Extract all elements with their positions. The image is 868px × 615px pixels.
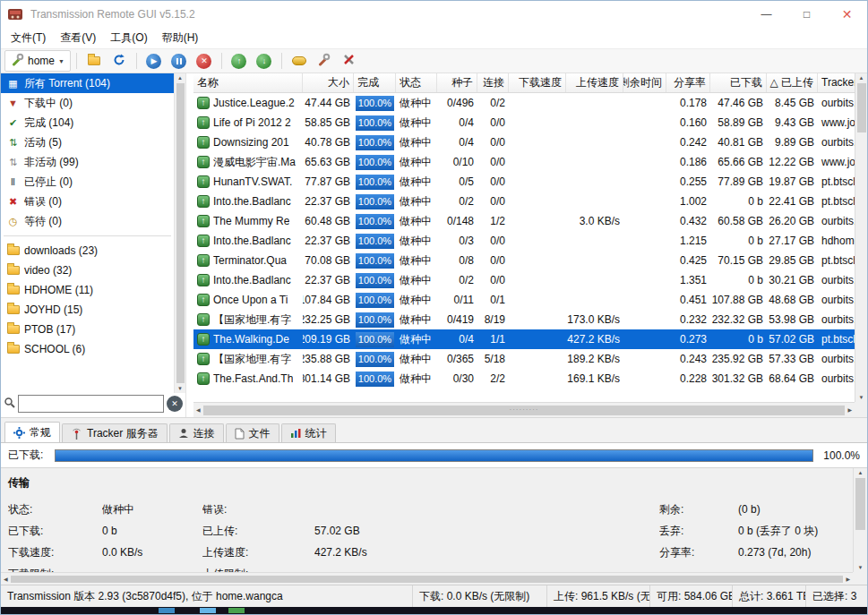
column-header-11[interactable]: 已下载 [710, 73, 767, 92]
maximize-button[interactable]: □ [786, 1, 827, 28]
torrent-row[interactable]: ↑Life of Pi 2012 258.85 GB100.0%做种中0/40/… [193, 113, 855, 132]
menu-help[interactable]: 帮助(H) [155, 28, 206, 48]
sidebar-folder-item[interactable]: SCHOOL (6) [1, 339, 174, 359]
torrent-row[interactable]: ↑Once Upon a Ti107.84 GB100.0%做种中0/110/1… [193, 290, 855, 310]
torrent-row[interactable]: ↑Into.the.Badlanc22.37 GB100.0%做种中0/30/0… [193, 231, 855, 251]
scroll-up-arrow-icon[interactable]: ▲ [859, 75, 864, 81]
sidebar-filter-item[interactable]: ▼下载中 (0) [1, 93, 174, 113]
column-header-3[interactable]: 完成 [354, 73, 396, 92]
tab-person[interactable]: 连接 [169, 423, 224, 442]
minimize-button[interactable]: — [746, 1, 786, 28]
scrollbar-thumb[interactable] [857, 83, 866, 132]
taskbar-item[interactable] [159, 608, 175, 613]
column-header-9[interactable]: 剩余时间 [623, 73, 666, 92]
scroll-up-arrow-icon[interactable]: ▲ [858, 470, 864, 475]
scroll-down-arrow-icon[interactable]: ▼ [859, 395, 864, 400]
sidebar-folder-item[interactable]: downloads (23) [1, 241, 174, 261]
torrent-row[interactable]: ↑The Mummy Re60.48 GB100.0%做种中0/1481/23.… [193, 211, 855, 231]
progress-cell: 100.0% [354, 349, 396, 369]
progress-cell: 100.0% [354, 290, 396, 310]
column-header-2[interactable]: 大小 [303, 73, 354, 92]
torrent-row[interactable]: ↑【国家地理.有字235.88 GB100.0%做种中0/3655/18189.… [193, 349, 855, 369]
torrent-row[interactable]: ↑HunanTV.SWAT.77.87 GB100.0%做种中0/50/00.2… [193, 172, 855, 192]
tab-gear[interactable]: 常规 [4, 422, 60, 442]
scrollbar-thumb[interactable]: ········· [203, 406, 846, 415]
progress-fill [56, 450, 812, 461]
menu-file[interactable]: 文件(T) [4, 28, 53, 48]
add-torrent-button[interactable] [82, 50, 106, 72]
torrent-row[interactable]: ↑Into.the.Badlanc22.37 GB100.0%做种中0/20/0… [193, 270, 855, 290]
menu-view[interactable]: 查看(V) [53, 28, 103, 48]
reload-button[interactable] [107, 50, 131, 72]
tab-stats[interactable]: 统计 [281, 423, 336, 442]
scroll-down-arrow-icon[interactable]: ▼ [177, 386, 183, 391]
daemon-options-button[interactable] [288, 50, 311, 72]
connection-selector[interactable]: home ▼ [4, 50, 71, 72]
torrent-row[interactable]: ↑Downsizing 20140.78 GB100.0%做种中0/40/00.… [193, 132, 855, 152]
sidebar-splitter[interactable] [185, 73, 193, 417]
torrent-row[interactable]: ↑Into.the.Badlanc22.37 GB100.0%做种中0/20/0… [193, 192, 855, 211]
torrent-row[interactable]: ↑Terminator.Qua70.08 GB100.0%做种中0/80/00.… [193, 251, 855, 270]
sidebar-folder-item[interactable]: JOYHD (15) [1, 300, 174, 320]
sidebar-folder-item[interactable]: HDHOME (11) [1, 280, 174, 300]
scroll-up-arrow-icon[interactable]: ▲ [177, 75, 183, 81]
tab-file[interactable]: 文件 [226, 423, 279, 442]
torrent-row[interactable]: ↑Justice.League.247.44 GB100.0%做种中0/4960… [193, 93, 855, 113]
sidebar-filter-item[interactable]: ▦所有 Torrent (104) [1, 73, 174, 93]
remove-torrent-button[interactable]: ✕ [193, 50, 216, 72]
table-horizontal-scrollbar[interactable]: ◀ ········· ▶ [193, 402, 855, 417]
cell: 232.25 GB [303, 310, 354, 329]
column-header-4[interactable]: 状态 [396, 73, 437, 92]
column-header-1[interactable]: 名称 [193, 73, 303, 92]
scrollbar-thumb[interactable] [11, 576, 844, 583]
table-vertical-scrollbar[interactable]: ▲ ▼ [855, 73, 867, 402]
details-horizontal-scrollbar[interactable]: ◀ ▶ [1, 572, 853, 585]
sidebar-folder-item[interactable]: video (32) [1, 261, 174, 280]
sidebar-filter-item[interactable]: Ⅱ已停止 (0) [1, 172, 174, 192]
sidebar-scrollbar[interactable]: ▲ ▼ [174, 73, 185, 393]
app-options-button[interactable] [338, 50, 361, 72]
column-header-8[interactable]: 上传速度 [566, 73, 623, 92]
column-header-7[interactable]: 下载速度 [509, 73, 566, 92]
folder-label: downloads (23) [24, 244, 98, 257]
column-header-5[interactable]: 种子 [437, 73, 477, 92]
sidebar-folder-item[interactable]: PTOB (17) [1, 320, 174, 339]
column-header-13[interactable]: Tracker 服务器 [818, 73, 855, 92]
sidebar-filter-item[interactable]: ⇅非活动 (99) [1, 152, 174, 172]
scrollbar-thumb[interactable] [176, 83, 185, 383]
close-button[interactable]: ✕ [827, 1, 867, 28]
torrent-row[interactable]: ↑【国家地理.有字232.25 GB100.0%做种中0/4198/19173.… [193, 310, 855, 329]
scroll-left-arrow-icon[interactable]: ◀ [196, 407, 201, 413]
cell: 0.232 [666, 310, 710, 329]
torrent-row[interactable]: ↑The.Walking.De209.19 GB100.0%做种中0/41/14… [193, 329, 855, 349]
pause-torrent-button[interactable] [168, 50, 191, 72]
taskbar-item[interactable] [228, 608, 245, 613]
scroll-left-arrow-icon[interactable]: ◀ [4, 577, 8, 582]
start-torrent-button[interactable]: ▶ [142, 50, 166, 72]
search-input[interactable] [18, 395, 164, 413]
sidebar-filter-item[interactable]: ✔完成 (104) [1, 113, 174, 132]
queue-down-button[interactable]: ↓ [253, 50, 276, 72]
sidebar-filter-item[interactable]: ⇅活动 (5) [1, 132, 174, 152]
column-header-10[interactable]: 分享率 [666, 73, 710, 92]
scrollbar-thumb[interactable] [855, 478, 865, 530]
scroll-right-arrow-icon[interactable]: ▶ [846, 577, 850, 582]
scroll-right-arrow-icon[interactable]: ▶ [847, 407, 852, 413]
menu-tools[interactable]: 工具(O) [103, 28, 154, 48]
progress-cell: 100.0% [354, 369, 396, 389]
details-vertical-scrollbar[interactable]: ▲ ▼ [853, 468, 867, 572]
queue-up-button[interactable]: ↑ [228, 50, 251, 72]
cell: www.joyhd.n [818, 113, 855, 132]
sidebar-separator [4, 235, 171, 236]
taskbar-item[interactable] [200, 608, 216, 613]
column-header-12[interactable]: △ 已上传 [767, 73, 818, 92]
sidebar-filter-item[interactable]: ◷等待 (0) [1, 211, 174, 231]
scroll-down-arrow-icon[interactable]: ▼ [858, 565, 864, 570]
tab-antenna[interactable]: Tracker 服务器 [62, 423, 168, 442]
torrent-row[interactable]: ↑漫威电影宇宙.Ma65.63 GB100.0%做种中0/100/00.1866… [193, 152, 855, 172]
torrent-row[interactable]: ↑The.Fast.And.Th301.14 GB100.0%做种中0/302/… [193, 369, 855, 389]
sidebar-filter-item[interactable]: ✖错误 (0) [1, 192, 174, 211]
column-header-6[interactable]: 连接 [477, 73, 509, 92]
torrent-properties-button[interactable] [313, 50, 336, 72]
clear-search-button[interactable]: ✕ [167, 396, 183, 412]
